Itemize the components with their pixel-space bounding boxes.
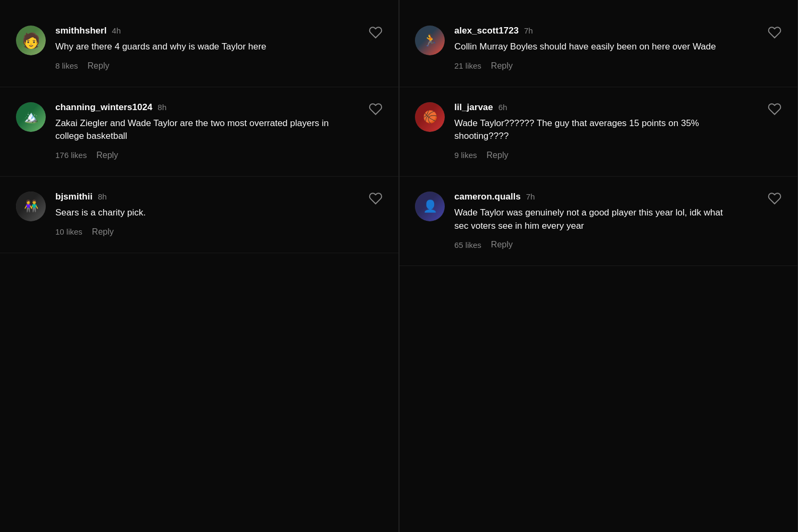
heart-icon bbox=[369, 102, 383, 116]
avatar: 👤 bbox=[415, 192, 445, 221]
reply-button[interactable]: Reply bbox=[491, 61, 513, 71]
username: lil_jarvae bbox=[454, 102, 493, 113]
timestamp: 4h bbox=[112, 26, 121, 35]
comment-text: Sears is a charity pick. bbox=[55, 206, 146, 220]
timestamp: 7h bbox=[526, 192, 535, 201]
comment-block: 🧑 smithhsherl 4h Why are there 4 guards … bbox=[0, 11, 398, 87]
right-column: 🏃 alex_scott1723 7h Collin Murray Boyles… bbox=[399, 0, 798, 532]
comment-text: Wade Taylor?????? The guy that averages … bbox=[454, 117, 731, 143]
timestamp: 8h bbox=[98, 192, 107, 201]
username: channing_winters1024 bbox=[55, 102, 152, 113]
comment-actions: 176 likes Reply bbox=[55, 151, 332, 160]
reply-button[interactable]: Reply bbox=[96, 151, 118, 160]
heart-icon bbox=[768, 192, 782, 205]
reply-button[interactable]: Reply bbox=[491, 240, 513, 250]
avatar: 🏃 bbox=[415, 26, 445, 55]
comment-block: 🏃 alex_scott1723 7h Collin Murray Boyles… bbox=[399, 11, 797, 87]
left-column: 🧑 smithhsherl 4h Why are there 4 guards … bbox=[0, 0, 399, 532]
comment-actions: 8 likes Reply bbox=[55, 61, 267, 71]
heart-icon bbox=[768, 102, 782, 116]
heart-button[interactable] bbox=[768, 192, 782, 205]
comment-content: bjsmithii 8h Sears is a charity pick. 10… bbox=[55, 192, 146, 237]
heart-button[interactable] bbox=[768, 102, 782, 116]
reply-button[interactable]: Reply bbox=[487, 151, 509, 160]
comment-text: Why are there 4 guards and why is wade T… bbox=[55, 40, 267, 54]
avatar: 👫 bbox=[16, 192, 46, 221]
likes-count: 21 likes bbox=[454, 61, 481, 70]
avatar: 🧑 bbox=[16, 26, 46, 55]
heart-icon bbox=[768, 26, 782, 39]
likes-count: 176 likes bbox=[55, 151, 87, 160]
comment-content: smithhsherl 4h Why are there 4 guards an… bbox=[55, 26, 267, 71]
reply-button[interactable]: Reply bbox=[88, 61, 110, 71]
comment-content: channing_winters1024 8h Zakai Ziegler an… bbox=[55, 102, 332, 160]
timestamp: 7h bbox=[524, 26, 533, 35]
comment-block: 👤 cameron.qualls 7h Wade Taylor was genu… bbox=[399, 177, 797, 266]
avatar: 🏀 bbox=[415, 102, 445, 132]
avatar: 🏔️ bbox=[16, 102, 46, 132]
username: bjsmithii bbox=[55, 192, 93, 202]
comment-content: alex_scott1723 7h Collin Murray Boyles s… bbox=[454, 26, 716, 71]
comment-actions: 65 likes Reply bbox=[454, 240, 731, 250]
heart-icon bbox=[369, 26, 383, 39]
comment-text: Collin Murray Boyles should have easily … bbox=[454, 40, 716, 54]
heart-icon bbox=[369, 192, 383, 205]
comment-content: cameron.qualls 7h Wade Taylor was genuin… bbox=[454, 192, 731, 250]
comment-actions: 10 likes Reply bbox=[55, 227, 146, 237]
comment-text: Wade Taylor was genuinely not a good pla… bbox=[454, 206, 731, 232]
likes-count: 65 likes bbox=[454, 240, 481, 250]
comment-block: 🏀 lil_jarvae 6h Wade Taylor?????? The gu… bbox=[399, 87, 797, 177]
comment-actions: 9 likes Reply bbox=[454, 151, 731, 160]
comment-text: Zakai Ziegler and Wade Taylor are the tw… bbox=[55, 117, 332, 143]
timestamp: 8h bbox=[157, 103, 167, 112]
heart-button[interactable] bbox=[369, 102, 383, 116]
comment-actions: 21 likes Reply bbox=[454, 61, 716, 71]
heart-button[interactable] bbox=[768, 26, 782, 39]
username: cameron.qualls bbox=[454, 192, 521, 202]
heart-button[interactable] bbox=[369, 26, 383, 39]
username: smithhsherl bbox=[55, 26, 106, 36]
likes-count: 10 likes bbox=[55, 227, 82, 236]
comment-block: 🏔️ channing_winters1024 8h Zakai Ziegler… bbox=[0, 87, 398, 177]
comment-content: lil_jarvae 6h Wade Taylor?????? The guy … bbox=[454, 102, 731, 160]
reply-button[interactable]: Reply bbox=[92, 227, 114, 237]
likes-count: 8 likes bbox=[55, 61, 78, 70]
heart-button[interactable] bbox=[369, 192, 383, 205]
likes-count: 9 likes bbox=[454, 151, 477, 160]
timestamp: 6h bbox=[498, 103, 508, 112]
username: alex_scott1723 bbox=[454, 26, 519, 36]
comment-block: 👫 bjsmithii 8h Sears is a charity pick. … bbox=[0, 177, 398, 253]
